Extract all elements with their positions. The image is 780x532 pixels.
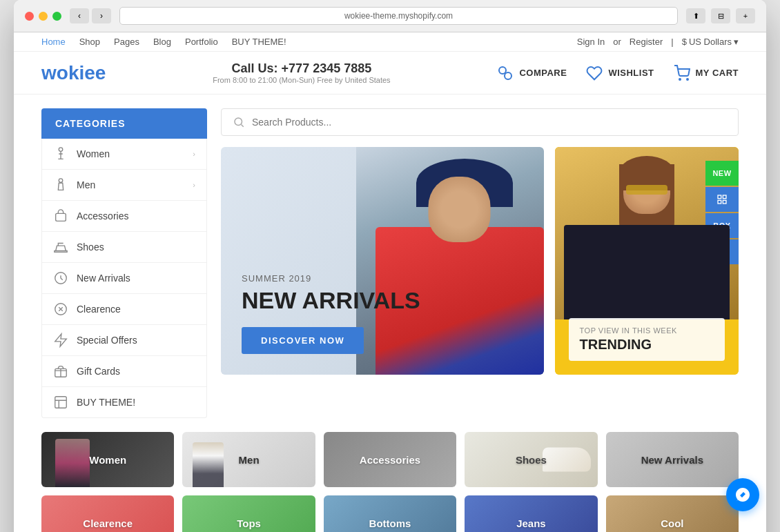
new-tab-button[interactable]: + [736, 8, 755, 23]
men-chevron-icon: › [193, 181, 195, 189]
category-cool[interactable]: Cool [606, 495, 739, 532]
cat-bottoms-label: Bottoms [369, 518, 411, 529]
accessories-icon [53, 208, 68, 224]
nav-portfolio[interactable]: Portfolio [185, 37, 218, 47]
category-clearence[interactable]: Clearence [41, 495, 174, 532]
sidebar-item-special-offers[interactable]: Special Offers [42, 325, 206, 356]
category-tops[interactable]: Tops [182, 495, 315, 532]
discover-now-button[interactable]: DISCOVER NOW [242, 327, 364, 354]
maximize-button[interactable] [52, 12, 61, 21]
sidebar-women-label: Women [77, 148, 110, 159]
sidebar-item-new-arrivals[interactable]: New Arrivals [42, 263, 206, 294]
svg-point-12 [235, 118, 242, 126]
nav-home[interactable]: Home [41, 37, 66, 47]
wishlist-button[interactable]: WISHLIST [586, 65, 654, 81]
hero-banners: SUMMER 2019 NEW ARRIVALS DISCOVER NOW [221, 147, 739, 375]
compare-button[interactable]: COMPARE [497, 65, 567, 81]
nav-buttons: ‹ › [70, 8, 111, 23]
sidebar-menu: Women › Men › [41, 139, 207, 418]
forward-button[interactable]: › [92, 8, 111, 23]
sidebar-item-men[interactable]: Men › [42, 170, 206, 201]
address-bar[interactable]: wokiee-theme.myshopify.com [119, 7, 678, 25]
chat-bubble[interactable] [726, 478, 759, 511]
nav-pages[interactable]: Pages [114, 37, 139, 47]
category-men[interactable]: Men [182, 432, 315, 487]
currency-selector[interactable]: $ US Dollars ▾ [682, 37, 739, 47]
svg-rect-17 [723, 200, 726, 204]
cat-men-label: Men [239, 454, 260, 466]
special-offers-icon [53, 333, 68, 348]
sidebar-new-arrivals-label: New Arrivals [77, 273, 130, 284]
header-icons: COMPARE WISHLIST MY CART [497, 65, 739, 81]
sidebar-men-label: Men [77, 179, 95, 190]
men-icon [53, 177, 68, 193]
hero-title: NEW ARRIVALS [242, 288, 523, 313]
category-bottoms[interactable]: Bottoms [324, 495, 456, 532]
cat-cool-label: Cool [661, 518, 683, 529]
site-logo[interactable]: wokiee [41, 62, 106, 84]
hero-area: SUMMER 2019 NEW ARRIVALS DISCOVER NOW [221, 108, 739, 418]
close-button[interactable] [25, 12, 34, 21]
top-nav-right: Sign In or Register | $ US Dollars ▾ [577, 37, 739, 47]
sidebar-item-buy-theme[interactable]: BUY THEME! [42, 387, 206, 417]
svg-rect-6 [56, 213, 66, 221]
cat-shoes-label: Shoes [516, 454, 547, 466]
compare-label: COMPARE [519, 68, 567, 78]
category-row-1: Women Men Accessories Shoes [41, 432, 739, 487]
sidebar-item-women[interactable]: Women › [42, 139, 206, 170]
shoes-icon [53, 239, 68, 255]
category-section: Women Men Accessories Shoes [14, 432, 766, 532]
minimize-button[interactable] [39, 12, 48, 21]
traffic-lights [25, 12, 61, 21]
cat-tops-label: Tops [237, 518, 261, 529]
svg-line-13 [241, 124, 243, 126]
cat-accessories-label: Accessories [360, 454, 420, 466]
category-new-arrivals[interactable]: New Arrivals [606, 432, 739, 487]
face [428, 177, 490, 242]
cart-label: MY CART [696, 68, 739, 78]
share-button[interactable]: ⬆ [686, 8, 705, 23]
sidebar-item-gift-cards[interactable]: Gift Cards [42, 356, 206, 387]
header: wokiee Call Us: +777 2345 7885 From 8:00… [14, 52, 766, 95]
category-women[interactable]: Women [41, 432, 174, 487]
tab-button[interactable]: ⊟ [711, 8, 730, 23]
sidebar-accessories-label: Accessories [77, 210, 128, 221]
trending-subtitle: TOP VIEW IN THIS WEEK [580, 326, 714, 335]
women-icon [53, 146, 68, 161]
sidebar-special-offers-label: Special Offers [77, 335, 137, 346]
category-jeans[interactable]: Jeans [465, 495, 597, 532]
cat-new-arrivals-label: New Arrivals [641, 454, 703, 466]
browser-titlebar: ‹ › wokiee-theme.myshopify.com ⬆ ⊟ + [14, 0, 766, 32]
svg-point-4 [59, 148, 63, 152]
header-contact: Call Us: +777 2345 7885 From 8:00 to 21:… [213, 61, 390, 84]
main-layout: CATEGORIES Women › [14, 95, 766, 432]
signin-link[interactable]: Sign In [577, 37, 605, 47]
new-side-button[interactable]: NEW [705, 161, 739, 186]
hero-subtitle: SUMMER 2019 [242, 273, 523, 284]
cat-clearence-label: Clearence [83, 518, 133, 529]
category-shoes[interactable]: Shoes [465, 432, 597, 487]
nav-shop[interactable]: Shop [79, 37, 100, 47]
box-icon-side-button[interactable] [705, 187, 739, 212]
sidebar-item-accessories[interactable]: Accessories [42, 201, 206, 232]
clearence-icon [53, 302, 68, 317]
top-nav-links: Home Shop Pages Blog Portfolio BUY THEME… [41, 37, 286, 47]
svg-rect-14 [718, 195, 721, 199]
search-input[interactable] [252, 117, 727, 128]
women-chevron-icon: › [193, 150, 195, 158]
svg-point-3 [687, 79, 688, 80]
register-link[interactable]: Register [630, 37, 663, 47]
sidebar-clearence-label: Clearence [77, 304, 121, 315]
currency-chevron-icon: ▾ [734, 37, 739, 47]
svg-rect-11 [55, 397, 67, 408]
sidebar-item-shoes[interactable]: Shoes [42, 232, 206, 263]
back-button[interactable]: ‹ [70, 8, 89, 23]
nav-blog[interactable]: Blog [153, 37, 171, 47]
category-accessories[interactable]: Accessories [324, 432, 456, 487]
nav-buy-theme[interactable]: BUY THEME! [232, 37, 286, 47]
browser-window: ‹ › wokiee-theme.myshopify.com ⬆ ⊟ + Hom… [14, 0, 766, 532]
sidebar-item-clearence[interactable]: Clearence [42, 294, 206, 325]
cat-women-label: Women [89, 454, 126, 466]
new-arrivals-icon [53, 270, 68, 286]
cart-button[interactable]: MY CART [674, 65, 739, 81]
